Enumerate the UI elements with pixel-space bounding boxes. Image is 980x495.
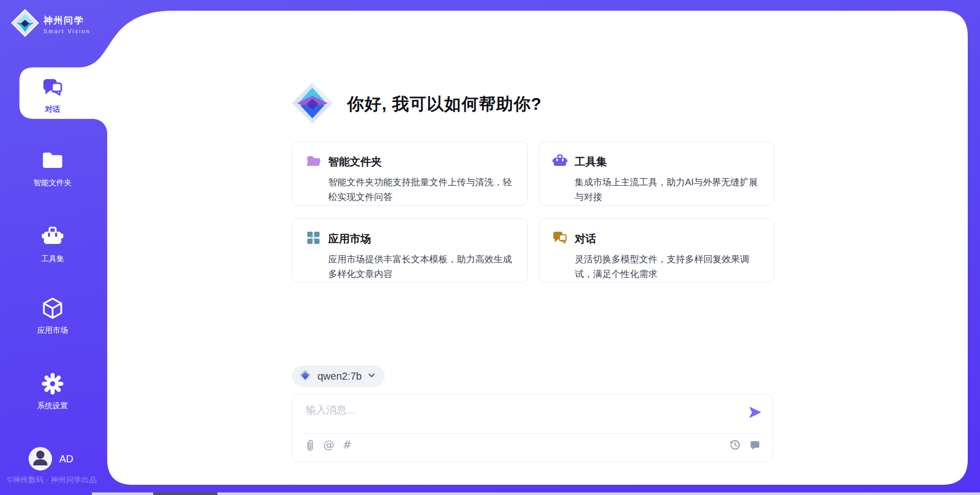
- history-icon: [729, 444, 741, 452]
- composer-divider: [303, 433, 763, 434]
- sidebar: 神州问学 Smart Vision 对话 智能文件夹: [0, 0, 107, 495]
- sidebar-item-label: 智能文件夹: [34, 178, 72, 188]
- card-title: 智能文件夹: [328, 155, 382, 169]
- feature-cards: 智能文件夹 智能文件夹功能支持批量文件上传与清洗，轻松实现文件问答 工具集: [292, 141, 774, 283]
- model-name: qwen2:7b: [317, 370, 362, 382]
- card-title: 对话: [575, 232, 596, 246]
- person-icon: [29, 446, 52, 472]
- history-button[interactable]: [729, 439, 741, 451]
- brand-name: 神州问学: [43, 14, 90, 27]
- hashtag-icon: #: [342, 438, 352, 451]
- toolbox-icon: [41, 225, 64, 251]
- gear-icon: [41, 372, 64, 398]
- page-greeting: 你好, 我可以如何帮助你?: [347, 93, 542, 116]
- sidebar-item-chat[interactable]: 对话: [0, 77, 105, 114]
- card-description: 应用市场提供丰富长文本模板，助力高效生成多样化文章内容: [328, 252, 516, 282]
- model-selector-button[interactable]: qwen2:7b: [292, 365, 385, 387]
- feature-card-smart-folder[interactable]: 智能文件夹 智能文件夹功能支持批量文件上传与清洗，轻松实现文件问答: [292, 141, 528, 206]
- folder-open-icon: [306, 153, 321, 170]
- card-description: 灵活切换多模型文件，支持多样回复效果调试，满足个性化需求: [575, 252, 763, 282]
- greeting-logo-icon: [291, 82, 334, 127]
- brand: 神州问学 Smart Vision: [11, 9, 90, 39]
- mention-icon: @: [323, 438, 334, 451]
- feature-card-chat[interactable]: 对话 灵活切换多模型文件，支持多样回复效果调试，满足个性化需求: [538, 218, 774, 283]
- model-logo-icon: [299, 368, 312, 384]
- message-composer: @ #: [292, 394, 773, 462]
- toolbox-icon: [552, 153, 568, 170]
- send-button[interactable]: [748, 406, 762, 419]
- sidebar-item-label: 应用市场: [37, 326, 68, 335]
- sidebar-footer-text: ©神州数码 · 神州问学出品: [7, 475, 107, 485]
- greeting: 你好, 我可以如何帮助你?: [291, 82, 542, 127]
- horizontal-scrollbar-track[interactable]: [92, 492, 980, 495]
- message-input[interactable]: [305, 402, 730, 432]
- card-title: 应用市场: [328, 232, 371, 246]
- mention-button[interactable]: @: [323, 445, 334, 447]
- user-name: AD: [59, 453, 74, 465]
- sidebar-item-label: 工具集: [41, 254, 64, 264]
- sidebar-item-toolset[interactable]: 工具集: [0, 225, 105, 264]
- sidebar-item-label: 系统设置: [37, 401, 68, 411]
- chat-icon: [552, 230, 568, 247]
- attachment-button[interactable]: [305, 439, 315, 452]
- folder-icon: [41, 149, 64, 175]
- card-description: 集成市场上主流工具，助力AI与外界无缝扩展与对接: [575, 175, 763, 205]
- diamond-logo-icon: [11, 9, 39, 39]
- feature-card-app-market[interactable]: 应用市场 应用市场提供丰富长文本模板，助力高效生成多样化文章内容: [292, 218, 528, 283]
- avatar: [29, 447, 52, 471]
- hashtag-button[interactable]: #: [342, 445, 352, 447]
- attachment-icon: [305, 445, 315, 453]
- card-title: 工具集: [575, 155, 607, 169]
- feature-card-toolset[interactable]: 工具集 集成市场上主流工具，助力AI与外界无缝扩展与对接: [538, 141, 774, 206]
- chat-bubble-icon: [749, 444, 761, 452]
- app-window: 神州问学 Smart Vision 对话 智能文件夹: [0, 0, 980, 495]
- chevron-down-icon: [368, 371, 376, 381]
- cube-icon: [41, 296, 64, 322]
- user-profile[interactable]: AD: [29, 447, 74, 471]
- sidebar-item-label: 对话: [45, 105, 60, 114]
- horizontal-scrollbar-thumb[interactable]: [153, 492, 217, 495]
- app-grid-icon: [306, 230, 321, 247]
- sidebar-item-smart-folder[interactable]: 智能文件夹: [0, 149, 105, 188]
- sidebar-item-settings[interactable]: 系统设置: [0, 372, 105, 411]
- chat-icon: [41, 77, 64, 101]
- card-description: 智能文件夹功能支持批量文件上传与清洗，轻松实现文件问答: [328, 175, 516, 205]
- sidebar-item-app-market[interactable]: 应用市场: [0, 296, 105, 335]
- quick-chat-button[interactable]: [749, 439, 761, 451]
- brand-subtitle: Smart Vision: [43, 28, 90, 34]
- send-icon: [748, 413, 762, 420]
